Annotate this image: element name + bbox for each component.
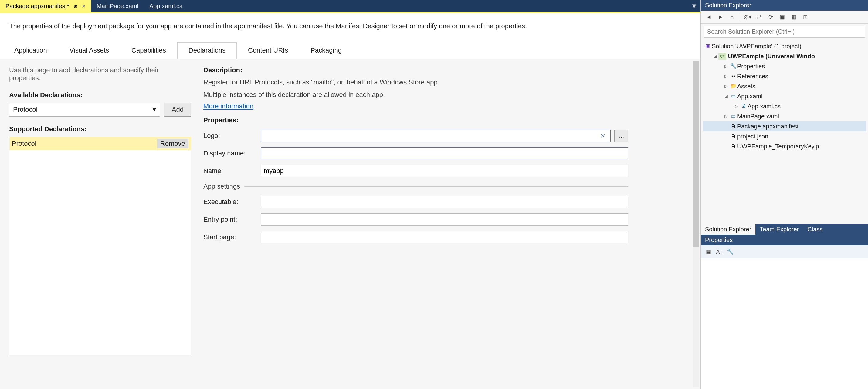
solution-search — [704, 26, 865, 38]
vertical-scrollbar[interactable] — [693, 61, 699, 387]
app-xaml-cs-node[interactable]: ▷🗎App.xaml.cs — [703, 101, 866, 112]
collapse-icon[interactable]: ▣ — [778, 13, 786, 21]
properties-heading: Properties: — [203, 116, 628, 124]
wrench-icon: 🔧 — [729, 62, 737, 70]
display-name-label: Display name: — [203, 149, 261, 157]
clear-logo-icon[interactable]: ✕ — [600, 132, 608, 139]
back-icon[interactable]: ◄ — [705, 13, 713, 21]
assets-node[interactable]: ▷📁Assets — [703, 81, 866, 91]
name-label: Name: — [203, 167, 261, 175]
declarations-body: Use this page to add declarations and sp… — [0, 59, 701, 389]
supported-declarations-list: Protocol Remove — [9, 137, 191, 355]
solution-tree: ▣Solution 'UWPEample' (1 project) ◢C# UW… — [701, 40, 868, 153]
tab-team-explorer[interactable]: Team Explorer — [755, 224, 803, 235]
scrollbar-thumb[interactable] — [693, 61, 699, 247]
close-icon[interactable]: ✕ — [82, 3, 86, 9]
add-button[interactable]: Add — [164, 102, 191, 117]
document-tab-bar: Package.appxmanifest* ⊕ ✕ MainPage.xaml … — [0, 0, 701, 12]
tab-mainpage-xaml[interactable]: MainPage.xaml — [91, 0, 144, 12]
side-panels: Solution Explorer ◄ ► ⌂ ◎▾ ⇄ ⟳ ▣ ▦ ⊞ ▣So… — [701, 0, 868, 389]
tab-overflow-dropdown[interactable]: ▼ — [688, 0, 701, 12]
description-line-2: Multiple instances of this declaration a… — [203, 90, 628, 99]
start-page-input[interactable] — [261, 231, 628, 243]
subtab-packaging[interactable]: Packaging — [299, 42, 353, 59]
mainpage-node[interactable]: ▷▭MainPage.xaml — [703, 112, 866, 121]
subtab-visual-assets[interactable]: Visual Assets — [58, 42, 120, 59]
entry-point-label: Entry point: — [203, 216, 261, 223]
expand-icon[interactable]: ◢ — [712, 53, 718, 60]
app-xaml-node[interactable]: ◢▭App.xaml — [703, 91, 866, 101]
csharp-project-icon: C# — [718, 53, 726, 60]
sync-icon[interactable]: ⇄ — [755, 13, 763, 21]
app-settings-section: App settings — [203, 182, 628, 190]
solution-node[interactable]: ▣Solution 'UWPEample' (1 project) — [703, 41, 866, 51]
name-input[interactable] — [261, 165, 628, 177]
xaml-icon: ▭ — [729, 112, 737, 121]
display-name-input[interactable] — [261, 147, 628, 159]
subtab-content-uris[interactable]: Content URIs — [237, 42, 299, 59]
tab-package-manifest[interactable]: Package.appxmanifest* ⊕ ✕ — [0, 0, 91, 12]
xaml-icon: ▭ — [729, 92, 737, 100]
declarations-left-column: Use this page to add declarations and sp… — [9, 66, 203, 382]
alphabetical-icon[interactable]: A↓ — [715, 248, 723, 256]
json-icon: 🗎 — [729, 132, 737, 141]
scope-icon[interactable]: ◎▾ — [744, 13, 751, 21]
folder-icon: 📁 — [729, 82, 737, 90]
chevron-down-icon: ▾ — [153, 106, 156, 114]
tab-label: Package.appxmanifest* — [5, 3, 69, 10]
browse-logo-button[interactable]: … — [614, 130, 628, 142]
available-declarations-heading: Available Declarations: — [9, 91, 191, 99]
properties-node[interactable]: ▷🔧Properties — [703, 61, 866, 71]
page-hint: Use this page to add declarations and sp… — [9, 66, 191, 82]
properties-panel: Properties ▦ A↓ 🔧 — [701, 235, 868, 389]
properties-body — [701, 259, 868, 389]
solution-icon: ▣ — [704, 42, 712, 51]
subtab-capabilities[interactable]: Capabilities — [120, 42, 177, 59]
tab-solution-explorer[interactable]: Solution Explorer — [701, 224, 755, 235]
intro-text: The properties of the deployment package… — [0, 13, 701, 35]
subtab-application[interactable]: Application — [3, 42, 58, 59]
more-information-link[interactable]: More information — [203, 102, 253, 110]
project-node[interactable]: ◢C# UWPEample (Universal Windo — [703, 51, 866, 61]
logo-input[interactable]: ✕ — [261, 130, 611, 142]
side-panel-tabs: Solution Explorer Team Explorer Class — [701, 224, 868, 235]
description-line-1: Register for URL Protocols, such as "mai… — [203, 78, 628, 87]
references-icon: ▪▪ — [729, 72, 737, 81]
forward-icon[interactable]: ► — [717, 13, 724, 21]
home-icon[interactable]: ⌂ — [728, 13, 736, 21]
key-icon: 🗎 — [729, 142, 737, 151]
categorized-icon[interactable]: ▦ — [705, 248, 712, 256]
executable-label: Executable: — [203, 198, 261, 206]
cs-file-icon: 🗎 — [740, 102, 747, 111]
remove-button[interactable]: Remove — [157, 139, 188, 149]
properties-toolbar: ▦ A↓ 🔧 — [701, 245, 868, 259]
tempkey-node[interactable]: 🗎UWPEample_TemporaryKey.p — [703, 142, 866, 152]
properties-panel-title: Properties — [701, 235, 868, 245]
logo-label: Logo: — [203, 132, 261, 140]
subtab-declarations[interactable]: Declarations — [177, 42, 237, 59]
select-value: Protocol — [13, 106, 38, 114]
properties-wrench-icon[interactable]: 🔧 — [726, 248, 734, 256]
executable-input[interactable] — [261, 196, 628, 208]
refresh-icon[interactable]: ⟳ — [767, 13, 775, 21]
references-node[interactable]: ▷▪▪References — [703, 71, 866, 81]
supported-declarations-heading: Supported Declarations: — [9, 125, 191, 133]
available-declarations-select[interactable]: Protocol ▾ — [9, 102, 160, 117]
start-page-label: Start page: — [203, 233, 261, 241]
solution-explorer-title: Solution Explorer — [701, 0, 868, 11]
manifest-section-tabs: Application Visual Assets Capabilities D… — [0, 42, 701, 59]
editor-area: Package.appxmanifest* ⊕ ✕ MainPage.xaml … — [0, 0, 701, 389]
declarations-right-column: Description: Register for URL Protocols,… — [203, 66, 628, 382]
pin-icon[interactable]: ⊕ — [73, 3, 78, 9]
project-json-node[interactable]: 🗎project.json — [703, 131, 866, 142]
show-all-icon[interactable]: ▦ — [790, 13, 798, 21]
solution-explorer-toolbar: ◄ ► ⌂ ◎▾ ⇄ ⟳ ▣ ▦ ⊞ — [701, 11, 868, 24]
supported-item-protocol[interactable]: Protocol Remove — [9, 137, 191, 150]
description-heading: Description: — [203, 66, 628, 74]
entry-point-input[interactable] — [261, 213, 628, 226]
solution-search-input[interactable] — [704, 26, 865, 38]
tab-class-view[interactable]: Class — [803, 224, 827, 235]
manifest-node[interactable]: 🗎Package.appxmanifest — [703, 121, 866, 131]
properties-icon[interactable]: ⊞ — [801, 13, 809, 21]
tab-app-xaml-cs[interactable]: App.xaml.cs — [144, 0, 188, 12]
